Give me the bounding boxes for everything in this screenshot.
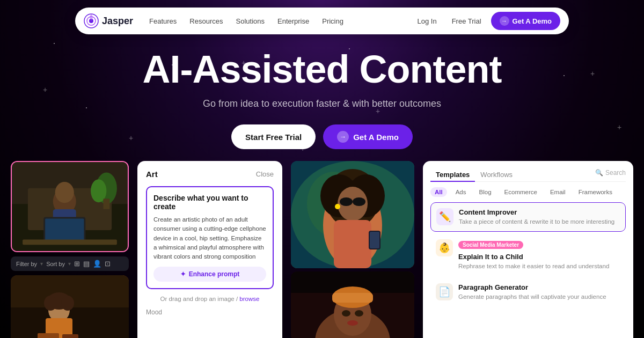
nav-enterprise[interactable]: Enterprise	[272, 14, 314, 28]
hero-subtitle: Go from idea to execution faster & with …	[0, 98, 644, 109]
templates-card: Templates Workflows 🔍 Search All Ads Blo…	[423, 161, 633, 338]
filter-ecommerce[interactable]: Ecommerce	[500, 187, 541, 197]
person-icon[interactable]: 👤	[93, 260, 101, 268]
svg-rect-13	[45, 218, 84, 241]
search-area: 🔍 Search	[595, 169, 626, 177]
demo-arrow-icon: →	[500, 16, 509, 26]
start-free-trial-button[interactable]: Start Free Trial	[231, 124, 316, 149]
svg-point-34	[353, 197, 365, 206]
svg-rect-24	[62, 334, 78, 338]
svg-rect-39	[370, 232, 379, 248]
logo-text: Jasper	[102, 16, 133, 27]
art-prompt-text: Create an artistic photo of an adult con…	[153, 215, 266, 261]
filter-ads[interactable]: Ads	[451, 187, 471, 197]
svg-rect-37	[334, 220, 371, 268]
art-card-close-button[interactable]: Close	[256, 170, 274, 178]
template-content-improver-info: Content Improver Take a piece of content…	[459, 208, 620, 226]
get-demo-hero-button[interactable]: → Get A Demo	[323, 124, 413, 149]
cards-area: Filter by ▾ Sort by ▾ ⊞ ▤ 👤 ⊡	[0, 161, 644, 338]
enhance-prompt-button[interactable]: ✦ Enhance prompt	[153, 267, 266, 282]
fashion-photo-top	[291, 161, 414, 268]
hero-title: AI-Assisted Content	[0, 48, 644, 91]
art-mood-label: Mood	[146, 308, 274, 316]
person-working-image	[12, 162, 128, 251]
art-prompt-box[interactable]: Describe what you want to create Create …	[146, 186, 274, 289]
svg-rect-23	[38, 333, 59, 338]
portrait-woman-image	[291, 271, 414, 338]
svg-point-46	[342, 310, 350, 317]
nav-actions: Log In Free Trial → Get A Demo	[412, 12, 561, 30]
filter-row: All Ads Blog Ecommerce Email Frameworks	[430, 187, 626, 197]
paragraph-generator-icon: 📄	[436, 283, 453, 300]
search-placeholder-label: Search	[605, 169, 626, 177]
filter-frameworks[interactable]: Frameworks	[574, 187, 617, 197]
template-explain-child-info: Social Media Marketer Explain It to a Ch…	[458, 239, 620, 270]
art-card-title: Art	[146, 170, 158, 179]
nav-logo[interactable]: Jasper	[84, 13, 133, 28]
sort-chevron-icon: ▾	[68, 261, 71, 267]
tab-workflows[interactable]: Workflows	[475, 168, 518, 182]
art-prompt-title: Describe what you want to create	[153, 194, 266, 211]
filter-email[interactable]: Email	[546, 187, 570, 197]
template-item-explain-child[interactable]: 👶 Social Media Marketer Explain It to a …	[430, 234, 626, 276]
nav-solutions[interactable]: Solutions	[231, 14, 270, 28]
login-button[interactable]: Log In	[412, 14, 442, 28]
template-paragraph-name: Paragraph Generator	[458, 283, 620, 291]
demo-hero-arrow-icon: →	[337, 131, 349, 143]
nav-resources[interactable]: Resources	[184, 14, 228, 28]
grid-view-icon[interactable]: ⊞	[74, 260, 80, 268]
template-paragraph-info: Paragraph Generator Generate paragraphs …	[458, 283, 620, 301]
template-item-content-improver[interactable]: ✏️ Content Improver Take a piece of cont…	[430, 202, 626, 232]
svg-point-48	[347, 320, 358, 326]
search-icon: 🔍	[595, 169, 603, 177]
photo-middle-column	[291, 161, 414, 338]
hero-buttons: Start Free Trial → Get A Demo	[0, 124, 644, 149]
filter-by-label[interactable]: Filter by	[16, 261, 37, 267]
navbar: Jasper Features Resources Solutions Ente…	[75, 8, 569, 34]
photo-strip: Filter by ▾ Sort by ▾ ⊞ ▤ 👤 ⊡	[11, 161, 129, 338]
fashion-woman-image	[291, 161, 414, 268]
filter-all[interactable]: All	[430, 187, 447, 197]
photo-controls-bar: Filter by ▾ Sort by ▾ ⊞ ▤ 👤 ⊡	[11, 256, 129, 271]
svg-point-11	[55, 182, 74, 203]
svg-point-20	[44, 296, 57, 311]
svg-point-33	[340, 197, 353, 206]
svg-point-21	[61, 296, 74, 311]
filter-sort-separator: ▾	[40, 261, 43, 267]
template-content-improver-name: Content Improver	[459, 208, 620, 216]
template-paragraph-desc: Generate paragraphs that will captivate …	[458, 292, 620, 301]
tab-templates[interactable]: Templates	[430, 168, 475, 182]
nav-features[interactable]: Features	[144, 14, 182, 28]
template-explain-child-name: Explain It to a Child	[458, 253, 620, 261]
browse-link[interactable]: browse	[239, 296, 259, 302]
svg-point-47	[355, 310, 363, 317]
template-content-improver-desc: Take a piece of content & rewrite it to …	[459, 217, 620, 226]
template-item-paragraph-generator[interactable]: 📄 Paragraph Generator Generate paragraph…	[430, 278, 626, 306]
hero-section: AI-Assisted Content Go from idea to exec…	[0, 38, 644, 149]
art-drag-drop-text: Or drag and drop an image / browse	[146, 296, 274, 302]
art-card-header: Art Close	[146, 170, 274, 179]
fashion-photo-bottom	[291, 271, 414, 338]
content-improver-icon: ✏️	[436, 208, 453, 225]
sparkle-icon: ✦	[180, 270, 186, 278]
svg-rect-14	[23, 240, 117, 245]
social-media-badge: Social Media Marketer	[458, 241, 523, 249]
templates-tabs: Templates Workflows 🔍 Search	[430, 168, 626, 182]
thumbnail-image	[11, 275, 129, 338]
template-explain-child-desc: Rephrase text to make it easier to read …	[458, 262, 620, 270]
nav-pricing[interactable]: Pricing	[317, 14, 349, 28]
main-photo	[11, 161, 129, 252]
free-trial-nav-button[interactable]: Free Trial	[447, 14, 487, 28]
calendar-icon[interactable]: ▤	[83, 260, 90, 268]
svg-rect-8	[103, 199, 109, 209]
sort-by-label[interactable]: Sort by	[46, 261, 65, 267]
explain-child-icon: 👶	[436, 239, 453, 256]
share-icon[interactable]: ⊡	[105, 260, 111, 268]
nav-links: Features Resources Solutions Enterprise …	[144, 14, 412, 28]
art-card: Art Close Describe what you want to crea…	[137, 161, 282, 338]
filter-blog[interactable]: Blog	[475, 187, 496, 197]
jasper-logo-icon	[84, 13, 99, 28]
get-demo-nav-button[interactable]: → Get A Demo	[491, 12, 560, 30]
svg-rect-45	[332, 293, 373, 303]
svg-point-36	[335, 204, 340, 209]
